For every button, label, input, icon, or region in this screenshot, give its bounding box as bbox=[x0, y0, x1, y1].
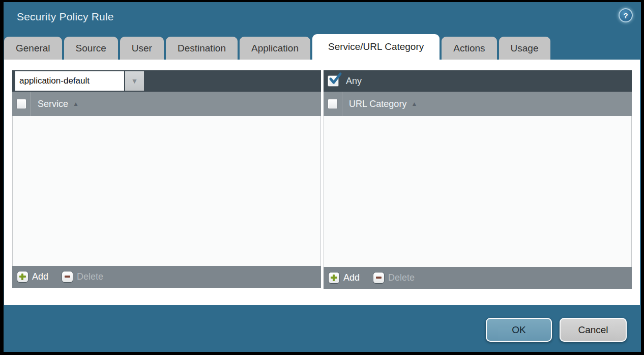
tab-general[interactable]: General bbox=[4, 37, 62, 60]
tab-content-area: ▼ Service ▲ Add Delete bbox=[4, 60, 640, 305]
add-icon bbox=[17, 271, 28, 282]
url-category-add-button[interactable]: Add bbox=[329, 272, 360, 283]
url-category-table-header: URL Category ▲ bbox=[324, 92, 632, 116]
cancel-button[interactable]: Cancel bbox=[560, 318, 627, 342]
service-type-input[interactable] bbox=[15, 71, 124, 91]
url-category-add-label: Add bbox=[343, 272, 360, 283]
tab-application[interactable]: Application bbox=[240, 37, 310, 60]
url-category-select-all-checkbox[interactable] bbox=[328, 99, 337, 108]
security-policy-rule-dialog: Security Policy Rule ? General Source Us… bbox=[0, 0, 644, 355]
delete-icon bbox=[373, 272, 384, 283]
dialog-action-buttons: OK Cancel bbox=[486, 318, 627, 342]
url-category-column-header[interactable]: URL Category bbox=[349, 99, 406, 110]
url-category-select-all-cell bbox=[324, 92, 342, 116]
service-select-all-checkbox[interactable] bbox=[17, 99, 26, 108]
service-select-all-cell bbox=[12, 92, 31, 116]
url-category-delete-button[interactable]: Delete bbox=[373, 272, 415, 283]
tab-actions[interactable]: Actions bbox=[442, 37, 496, 60]
dialog-title: Security Policy Rule bbox=[17, 11, 114, 23]
delete-icon bbox=[62, 271, 73, 282]
url-category-panel-toolbar: Any bbox=[324, 70, 632, 92]
add-icon bbox=[329, 272, 339, 283]
service-type-combobox: ▼ bbox=[15, 71, 144, 91]
sort-ascending-icon[interactable]: ▲ bbox=[411, 100, 417, 107]
service-table-header: Service ▲ bbox=[12, 92, 321, 116]
tab-usage[interactable]: Usage bbox=[499, 37, 550, 60]
chevron-down-icon: ▼ bbox=[131, 77, 138, 85]
url-category-panel: Any URL Category ▲ Add Delete bbox=[324, 70, 632, 289]
tab-source[interactable]: Source bbox=[64, 37, 118, 60]
tab-destination[interactable]: Destination bbox=[166, 37, 238, 60]
service-column-header[interactable]: Service bbox=[38, 99, 68, 110]
url-category-any-label: Any bbox=[346, 76, 362, 87]
service-delete-button[interactable]: Delete bbox=[62, 271, 103, 282]
dialog-tabs: General Source User Destination Applicat… bbox=[4, 34, 550, 60]
service-delete-label: Delete bbox=[77, 271, 103, 282]
help-icon-glyph: ? bbox=[623, 11, 628, 20]
service-table-body[interactable] bbox=[12, 116, 321, 266]
url-category-any-checkbox[interactable] bbox=[328, 76, 338, 86]
url-category-table-body[interactable] bbox=[324, 116, 632, 267]
url-category-panel-footer: Add Delete bbox=[324, 267, 632, 289]
service-panel: ▼ Service ▲ Add Delete bbox=[12, 70, 321, 288]
service-panel-toolbar: ▼ bbox=[12, 70, 321, 92]
service-panel-footer: Add Delete bbox=[12, 266, 321, 288]
help-icon[interactable]: ? bbox=[619, 8, 633, 22]
service-add-label: Add bbox=[32, 271, 48, 282]
service-add-button[interactable]: Add bbox=[17, 271, 48, 282]
checkmark-icon bbox=[329, 72, 342, 86]
tab-service-url-category[interactable]: Service/URL Category bbox=[312, 34, 440, 60]
tab-user[interactable]: User bbox=[120, 37, 164, 60]
sort-ascending-icon[interactable]: ▲ bbox=[73, 100, 79, 107]
ok-button[interactable]: OK bbox=[486, 318, 552, 342]
service-type-dropdown-button[interactable]: ▼ bbox=[125, 71, 144, 91]
url-category-delete-label: Delete bbox=[388, 272, 415, 283]
